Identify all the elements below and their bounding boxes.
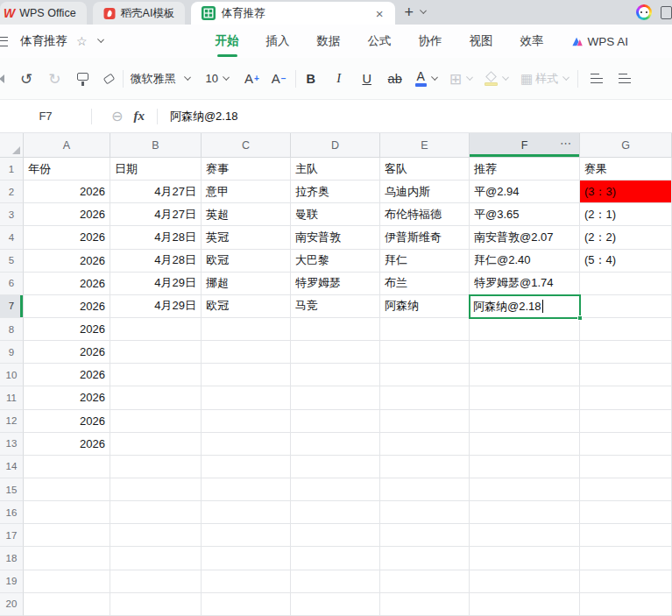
cell-styles-button[interactable]: ▦ 样式 xyxy=(520,71,558,87)
tab-wps-office[interactable]: W WPS Office xyxy=(0,2,87,25)
cell-A1[interactable]: 年份 xyxy=(24,158,110,181)
cell-A9[interactable]: 2026 xyxy=(24,341,110,364)
menu-tab-insert[interactable]: 插入 xyxy=(266,33,290,49)
cell-E17[interactable] xyxy=(380,524,470,547)
cell-D10[interactable] xyxy=(291,364,380,386)
cell-D1[interactable]: 主队 xyxy=(291,158,380,181)
cell-E10[interactable] xyxy=(380,364,470,386)
cell-E6[interactable]: 布兰 xyxy=(380,273,470,295)
cell-B15[interactable] xyxy=(110,478,202,501)
cell-F20[interactable] xyxy=(470,593,580,616)
cell-G10[interactable] xyxy=(580,364,672,386)
row-header-16[interactable]: 16 xyxy=(0,501,24,524)
row-header-8[interactable]: 8 xyxy=(0,318,24,341)
row-header-2[interactable]: 2 xyxy=(0,181,24,203)
menu-tab-home[interactable]: 开始 xyxy=(216,33,239,49)
cell-F15[interactable] xyxy=(470,478,580,501)
cell-G11[interactable] xyxy=(580,386,672,409)
tab-docer-templates[interactable]: 稻壳AI模板 xyxy=(93,2,186,25)
cell-G4[interactable]: (2：2) xyxy=(580,226,672,249)
cell-F3[interactable]: 平@3.65 xyxy=(470,203,580,226)
cell-B4[interactable]: 4月28日 xyxy=(110,226,202,249)
cell-G13[interactable] xyxy=(580,433,672,456)
increase-font-button[interactable]: A+ xyxy=(244,71,259,86)
column-more-icon[interactable]: ⋯ xyxy=(560,137,571,150)
cell-A14[interactable] xyxy=(24,456,110,478)
cell-D9[interactable] xyxy=(291,341,380,364)
new-tab-button[interactable]: + xyxy=(404,0,426,25)
menu-tab-data[interactable]: 数据 xyxy=(317,33,341,49)
cell-F9[interactable] xyxy=(470,341,580,364)
cell-C3[interactable]: 英超 xyxy=(202,203,291,226)
cell-G18[interactable] xyxy=(580,547,672,570)
cell-D3[interactable]: 曼联 xyxy=(291,203,380,226)
font-color-button[interactable]: A xyxy=(415,70,427,87)
row-header-13[interactable]: 13 xyxy=(0,433,24,456)
align-left-button[interactable] xyxy=(591,78,603,80)
font-name-select[interactable]: 微软雅黑 xyxy=(131,71,176,87)
cell-C20[interactable] xyxy=(202,593,291,616)
cell-E8[interactable] xyxy=(380,318,470,341)
cell-A17[interactable] xyxy=(24,524,110,547)
cell-D5[interactable]: 大巴黎 xyxy=(291,250,380,273)
cell-E7[interactable]: 阿森纳 xyxy=(380,295,470,318)
select-all-corner[interactable] xyxy=(0,133,24,158)
cell-A12[interactable]: 2026 xyxy=(24,410,110,433)
cell-E12[interactable] xyxy=(380,410,470,433)
cell-F2[interactable]: 平@2.94 xyxy=(470,181,580,203)
cell-C4[interactable]: 英冠 xyxy=(202,226,291,249)
window-icon[interactable] xyxy=(661,6,672,19)
cell-D7[interactable]: 马竞 xyxy=(291,295,380,318)
cell-B19[interactable] xyxy=(110,570,202,593)
strikethrough-button[interactable]: ab xyxy=(387,72,403,86)
name-box[interactable]: F7 xyxy=(0,110,91,123)
decrease-font-button[interactable]: A− xyxy=(272,71,286,86)
cell-C15[interactable] xyxy=(202,478,291,501)
cell-F6[interactable]: 特罗姆瑟@1.74 xyxy=(470,273,580,295)
cell-C6[interactable]: 挪超 xyxy=(202,273,291,295)
column-header-B[interactable]: B xyxy=(110,133,202,158)
cell-D4[interactable]: 南安普敦 xyxy=(291,226,380,249)
cell-A20[interactable] xyxy=(24,593,110,616)
cell-G16[interactable] xyxy=(580,501,672,524)
row-header-12[interactable]: 12 xyxy=(0,410,24,433)
cell-E4[interactable]: 伊普斯维奇 xyxy=(380,226,470,249)
cell-A2[interactable]: 2026 xyxy=(24,181,110,203)
collapse-ribbon-icon[interactable] xyxy=(0,74,4,83)
cell-E14[interactable] xyxy=(380,456,470,478)
cell-B13[interactable] xyxy=(110,433,202,456)
cell-D6[interactable]: 特罗姆瑟 xyxy=(291,273,380,295)
cell-C16[interactable] xyxy=(202,501,291,524)
cell-B3[interactable]: 4月27日 xyxy=(110,203,202,226)
cell-C10[interactable] xyxy=(202,364,291,386)
cell-G9[interactable] xyxy=(580,341,672,364)
cell-D19[interactable] xyxy=(291,570,380,593)
row-header-10[interactable]: 10 xyxy=(0,364,24,386)
cell-B8[interactable] xyxy=(110,318,202,341)
menu-tab-efficiency[interactable]: 效率 xyxy=(520,33,544,49)
cell-F5[interactable]: 拜仁@2.40 xyxy=(470,250,580,273)
row-header-3[interactable]: 3 xyxy=(0,203,24,226)
cell-F12[interactable] xyxy=(470,410,580,433)
cell-D8[interactable] xyxy=(291,318,380,341)
cell-E9[interactable] xyxy=(380,341,470,364)
cell-B11[interactable] xyxy=(110,386,202,409)
cell-B10[interactable] xyxy=(110,364,202,386)
cell-F14[interactable] xyxy=(470,456,580,478)
row-header-7[interactable]: 7 xyxy=(0,295,24,318)
cell-D16[interactable] xyxy=(291,501,380,524)
cell-G5[interactable]: (5：4) xyxy=(580,250,672,273)
insert-function-icon[interactable]: fx xyxy=(133,109,145,124)
cell-F17[interactable] xyxy=(470,524,580,547)
cell-D17[interactable] xyxy=(291,524,380,547)
row-header-17[interactable]: 17 xyxy=(0,524,24,547)
cell-G15[interactable] xyxy=(580,478,672,501)
cell-C9[interactable] xyxy=(202,341,291,364)
cell-C18[interactable] xyxy=(202,547,291,570)
cell-E5[interactable]: 拜仁 xyxy=(380,250,470,273)
cell-B7[interactable]: 4月29日 xyxy=(110,295,202,318)
cell-G20[interactable] xyxy=(580,593,672,616)
cell-D14[interactable] xyxy=(291,456,380,478)
cell-F18[interactable] xyxy=(470,547,580,570)
row-header-5[interactable]: 5 xyxy=(0,250,24,273)
